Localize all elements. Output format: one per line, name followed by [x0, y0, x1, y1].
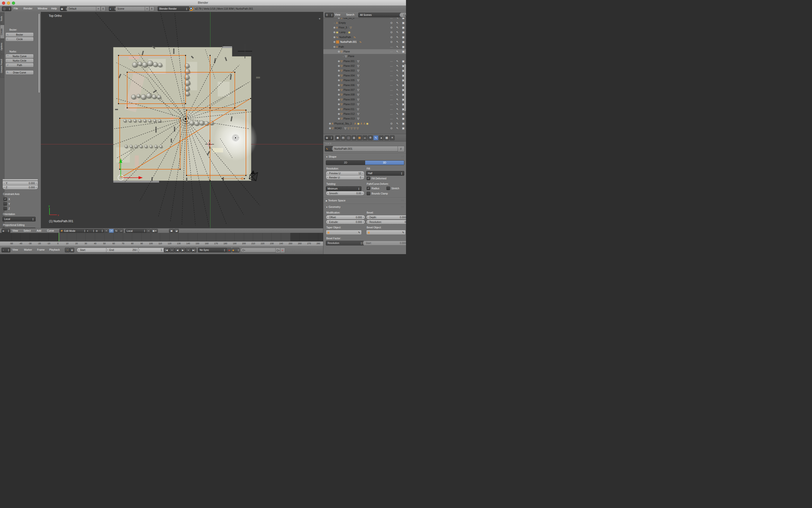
selectability-cursor-icon[interactable]: ↖: [394, 88, 400, 91]
expander-icon[interactable]: ⊖: [337, 50, 340, 53]
renderability-camera-icon[interactable]: ▣: [400, 127, 406, 130]
visibility-eye-closed-icon[interactable]: —: [388, 98, 394, 101]
outliner-item-plane-005[interactable]: ⊕▽Plane.005|▽—↖▣: [324, 78, 406, 83]
region-expand-plus-icon[interactable]: +: [319, 17, 320, 20]
extrude-field[interactable]: ◂Extrude:0.000▸: [326, 220, 365, 224]
visibility-eye-icon[interactable]: ⊙: [388, 36, 394, 39]
close-layout-button[interactable]: X: [101, 6, 105, 11]
tl-menu-view[interactable]: View: [12, 248, 18, 251]
orientation-select[interactable]: Local▴▾: [2, 217, 36, 221]
selectability-cursor-icon[interactable]: ↖: [394, 122, 400, 125]
outliner-item-nurbspath[interactable]: ⊕∿NurbsPath|∿⊙↖▣: [324, 35, 406, 40]
expander-icon[interactable]: ⊕: [333, 26, 336, 29]
properties-tab-particles[interactable]: ✳: [390, 135, 395, 140]
outliner-item-plane[interactable]: ⊖▽Plane—↖▣: [324, 49, 406, 54]
expander-icon[interactable]: ⊕: [337, 74, 340, 77]
outliner-search-field[interactable]: [399, 13, 406, 17]
visibility-eye-closed-icon[interactable]: —: [388, 89, 394, 91]
play-button[interactable]: ▶: [180, 248, 185, 252]
scene-name-field[interactable]: Scene: [116, 6, 148, 11]
increment-icon[interactable]: ▸: [36, 186, 37, 188]
selectability-cursor-icon[interactable]: ↖: [394, 40, 400, 44]
manipulator-axis-button[interactable]: +: [104, 229, 109, 233]
expander-icon[interactable]: ⊕: [337, 117, 340, 120]
expander-icon[interactable]: ⊖: [337, 18, 340, 19]
tl-menu-frame[interactable]: Frame: [37, 248, 45, 251]
add-scene-button[interactable]: +: [145, 6, 149, 11]
outliner-item-physical-sky-1[interactable]: ⊕YPhysical_Sky_1|Y◉YY◉⊙↖▣: [324, 121, 406, 126]
datablock-name-field[interactable]: NurbsPath.001: [333, 146, 401, 152]
lock-frame-button[interactable]: ⊞: [70, 248, 74, 252]
selectability-cursor-icon[interactable]: ↖: [394, 36, 400, 39]
visibility-eye-icon[interactable]: ⊙: [388, 31, 394, 34]
constraint-x-checkbox[interactable]: ✓X: [3, 198, 10, 201]
current-frame-field[interactable]: ◂1▸: [137, 248, 165, 252]
tl-menu-marker[interactable]: Marker: [24, 248, 32, 251]
properties-tab-object-data[interactable]: ∿: [373, 135, 378, 140]
constraint-z-checkbox[interactable]: Z: [3, 207, 10, 210]
constraint-y-checkbox[interactable]: Y: [3, 202, 10, 206]
bevel-depth-field[interactable]: ◂Depth:0.000▸: [366, 215, 406, 219]
outliner-item-plane-002[interactable]: ⊕▽Plane.002|▽—↖▣: [324, 64, 406, 68]
offset-field[interactable]: ◂Offset:0.000▸: [326, 215, 365, 219]
outliner-item-empty[interactable]: –YEmpty⊙↖▣: [324, 20, 406, 25]
selectability-cursor-icon[interactable]: ↖: [394, 26, 400, 29]
eyedropper-icon[interactable]: ✎: [358, 231, 360, 234]
bounds-clamp-checkbox[interactable]: Bounds Clamp: [367, 192, 388, 195]
selectability-cursor-icon[interactable]: ↖: [394, 64, 400, 68]
outliner-item-road[interactable]: ⊕▽ROAD|▽▽▽▽▽⊙↖▣: [324, 126, 406, 131]
jump-to-end-button[interactable]: ▶|: [191, 248, 197, 252]
toggle-2d[interactable]: 2D: [326, 161, 365, 165]
outliner-item-plane-004[interactable]: ⊕▽Plane.004|▽—↖▣: [324, 73, 406, 78]
renderability-camera-icon[interactable]: ▣: [400, 112, 406, 116]
selectability-cursor-icon[interactable]: ↖: [394, 108, 400, 111]
renderability-camera-icon[interactable]: ▣: [400, 40, 406, 44]
selectability-cursor-icon[interactable]: ↖: [394, 117, 400, 120]
selectability-cursor-icon[interactable]: ↖: [394, 21, 400, 25]
properties-tab-modifiers[interactable]: ⚙: [368, 135, 373, 140]
keying-set-field[interactable]: [241, 248, 279, 252]
properties-tab-render[interactable]: ◉: [335, 135, 340, 140]
outliner-item-plane-008[interactable]: ⊕▽Plane.008|▽—↖▣: [324, 92, 406, 97]
decrement-icon[interactable]: ◂: [3, 182, 4, 184]
outliner-item-plane-003[interactable]: ⊕▽Plane.003|▽—↖▣: [324, 68, 406, 73]
preview-u-field[interactable]: ◂Preview U:12▸: [326, 171, 365, 175]
stretch-checkbox[interactable]: Stretch: [386, 186, 399, 190]
outliner-item-plane-013[interactable]: ⊕▽Plane.013|▽—↖▣: [324, 116, 406, 121]
fill-mode-select[interactable]: Half▴▾: [366, 171, 404, 176]
outliner-item-nurbspath-001[interactable]: ⊕∿NurbsPath.001|∿⊙↖▣: [324, 40, 406, 44]
current-frame-line[interactable]: [59, 233, 59, 241]
outliner-item-plane-011[interactable]: ⊕▽Plane.011|▽—↖▣: [324, 107, 406, 111]
selectability-cursor-icon[interactable]: ↖: [394, 103, 400, 106]
snap-element-select[interactable]: ▦ ▾: [151, 229, 158, 233]
expander-icon[interactable]: ⊕: [333, 41, 336, 43]
tool-shelf-scrollbar[interactable]: [38, 13, 40, 93]
visibility-eye-closed-icon[interactable]: —: [388, 103, 394, 106]
geometry-panel-header[interactable]: ▼ Geometry: [326, 205, 340, 208]
expander-icon[interactable]: ⊕: [333, 31, 336, 34]
expander-icon[interactable]: ⊖: [333, 46, 336, 48]
fake-user-button[interactable]: F: [397, 146, 404, 152]
radius-checkbox[interactable]: ✓Radius: [367, 186, 379, 190]
pivot-point-select[interactable]: ◎▴▾: [95, 229, 104, 233]
toggle-3d[interactable]: 3D: [365, 161, 404, 165]
add-layout-button[interactable]: +: [96, 6, 101, 11]
outliner-item-plane-010[interactable]: ⊕▽Plane.010|▽—↖▣: [324, 102, 406, 107]
selectability-cursor-icon[interactable]: ↖: [394, 127, 400, 130]
selectability-cursor-icon[interactable]: ↖: [394, 18, 400, 19]
properties-tab-object[interactable]: ▦: [357, 135, 362, 140]
outliner-item-car-00-0[interactable]: ⊖▽Car_00_0—↖▣: [324, 18, 406, 20]
increment-icon[interactable]: ▸: [36, 182, 37, 184]
jump-to-start-button[interactable]: |◀: [164, 248, 169, 252]
timeline-ruler[interactable]: -50-40-30-20-100102030405060708090100110…: [0, 241, 323, 246]
visibility-eye-closed-icon[interactable]: —: [388, 69, 394, 72]
selectability-cursor-icon[interactable]: ↖: [394, 74, 400, 77]
properties-tab-material[interactable]: ●: [379, 135, 384, 140]
menu-file[interactable]: File: [14, 7, 18, 10]
menu-help[interactable]: Help: [51, 7, 57, 10]
screen-layout-field[interactable]: Default: [67, 6, 99, 11]
x-value-field-clipped[interactable]: [2, 179, 38, 181]
visibility-eye-icon[interactable]: ⊙: [388, 127, 394, 130]
outliner-scrollbar[interactable]: [404, 64, 406, 111]
add-path-button[interactable]: ↗Path: [5, 63, 34, 67]
